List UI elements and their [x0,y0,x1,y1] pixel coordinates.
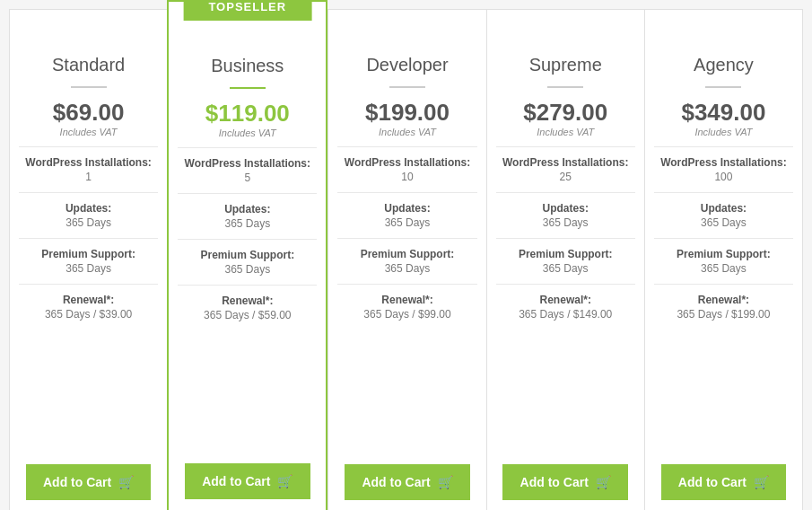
plan-divider-standard [71,86,107,88]
plan-card-supreme: Supreme$279.00Includes VAT WordPress Ins… [486,9,644,510]
cart-button-label-agency: Add to Cart [678,475,747,489]
feature-label-standard-0: WordPress Installations: [23,156,153,169]
pricing-table: Standard$69.00Includes VAT WordPress Ins… [9,9,803,510]
plan-price-business: $119.00 [205,100,290,128]
feature-label-standard-2: Premium Support: [23,248,153,260]
cart-button-label-standard: Add to Cart [43,475,111,489]
feature-value-supreme-2: 365 Days [501,262,631,275]
plan-feature-developer-0: WordPress Installations: 10 [337,146,476,192]
feature-label-business-3: Renewal*: [182,295,312,307]
feature-value-developer-3: 365 Days / $99.00 [342,308,472,321]
feature-value-business-3: 365 Days / $59.00 [182,309,312,321]
plan-name-developer: Developer [366,55,448,75]
add-to-cart-button-developer[interactable]: Add to Cart 🛒 [345,464,470,500]
feature-label-supreme-3: Renewal*: [501,294,631,306]
feature-label-supreme-0: WordPress Installations: [501,156,631,169]
plan-feature-supreme-0: WordPress Installations: 25 [496,146,635,192]
cart-icon-supreme: 🛒 [596,475,611,489]
plan-vat-standard: Includes VAT [60,127,118,137]
feature-label-supreme-1: Updates: [501,202,631,215]
cart-icon-agency: 🛒 [754,475,769,489]
feature-label-standard-1: Updates: [23,202,153,215]
plan-feature-standard-3: Renewal*: 365 Days / $39.00 [19,284,158,330]
plan-card-developer: Developer$199.00Includes VAT WordPress I… [327,9,485,510]
add-to-cart-wrapper-developer: Add to Cart 🛒 [337,450,476,500]
plan-feature-business-3: Renewal*: 365 Days / $59.00 [178,285,317,330]
feature-label-business-1: Updates: [182,203,312,215]
add-to-cart-button-agency[interactable]: Add to Cart 🛒 [661,464,787,500]
feature-label-business-2: Premium Support: [182,249,312,261]
plan-divider-supreme [547,86,583,88]
plan-feature-business-2: Premium Support: 365 Days [178,239,317,285]
feature-value-standard-0: 1 [23,171,153,183]
feature-label-agency-1: Updates: [659,202,789,215]
add-to-cart-wrapper-standard: Add to Cart 🛒 [19,450,158,500]
plan-vat-agency: Includes VAT [694,127,752,137]
plan-divider-business [230,87,266,89]
feature-label-business-0: WordPress Installations: [182,157,312,170]
plan-name-supreme: Supreme [529,55,602,75]
add-to-cart-wrapper-agency: Add to Cart 🛒 [654,450,793,500]
feature-value-standard-1: 365 Days [23,216,153,229]
plan-price-supreme: $279.00 [523,99,607,127]
plan-feature-developer-2: Premium Support: 365 Days [337,238,476,284]
add-to-cart-button-supreme[interactable]: Add to Cart 🛒 [502,464,628,500]
plan-feature-standard-2: Premium Support: 365 Days [19,238,158,284]
feature-label-agency-3: Renewal*: [659,294,789,306]
feature-value-standard-2: 365 Days [23,262,153,275]
cart-icon-business: 🛒 [277,474,292,488]
plan-feature-supreme-1: Updates: 365 Days [496,192,635,238]
add-to-cart-button-business[interactable]: Add to Cart 🛒 [185,463,310,499]
plan-feature-agency-3: Renewal*: 365 Days / $199.00 [654,284,793,330]
plan-vat-business: Includes VAT [219,128,276,138]
plan-price-developer: $199.00 [365,99,450,127]
feature-value-developer-0: 10 [342,171,472,183]
plan-card-business: TOPSELLERBusiness$119.00Includes VAT Wor… [167,0,327,510]
feature-label-developer-0: WordPress Installations: [342,156,472,169]
plan-name-agency: Agency [694,55,754,75]
feature-value-developer-1: 365 Days [342,216,472,229]
plan-card-standard: Standard$69.00Includes VAT WordPress Ins… [9,9,167,510]
cart-button-label-supreme: Add to Cart [520,475,589,489]
feature-label-agency-0: WordPress Installations: [659,156,789,169]
plan-price-standard: $69.00 [53,99,125,127]
plan-feature-business-0: WordPress Installations: 5 [178,147,317,193]
cart-button-label-business: Add to Cart [202,474,270,488]
plan-feature-business-1: Updates: 365 Days [178,193,317,239]
feature-value-business-1: 365 Days [182,217,312,230]
topseller-badge: TOPSELLER [183,0,311,21]
add-to-cart-wrapper-business: Add to Cart 🛒 [178,449,317,499]
feature-value-agency-3: 365 Days / $199.00 [659,308,789,321]
plan-vat-supreme: Includes VAT [537,127,594,137]
feature-value-agency-2: 365 Days [659,262,789,275]
feature-label-developer-1: Updates: [342,202,472,215]
plan-name-business: Business [211,56,284,76]
plan-divider-developer [389,86,425,88]
cart-icon-standard: 🛒 [118,475,134,489]
plan-feature-agency-1: Updates: 365 Days [654,192,793,238]
feature-value-supreme-3: 365 Days / $149.00 [501,308,631,321]
feature-label-developer-2: Premium Support: [342,248,472,260]
feature-value-business-0: 5 [182,171,312,184]
plan-price-agency: $349.00 [681,99,765,127]
add-to-cart-wrapper-supreme: Add to Cart 🛒 [496,450,635,500]
cart-button-label-developer: Add to Cart [362,475,430,489]
feature-value-business-2: 365 Days [182,263,312,276]
feature-label-standard-3: Renewal*: [23,294,153,306]
feature-value-supreme-0: 25 [501,171,631,183]
plan-card-agency: Agency$349.00Includes VAT WordPress Inst… [644,9,803,510]
plan-feature-standard-0: WordPress Installations: 1 [19,146,158,192]
add-to-cart-button-standard[interactable]: Add to Cart 🛒 [26,464,152,500]
feature-value-agency-0: 100 [659,171,789,183]
plan-feature-developer-1: Updates: 365 Days [337,192,476,238]
plan-feature-standard-1: Updates: 365 Days [19,192,158,238]
plan-feature-agency-2: Premium Support: 365 Days [654,238,793,284]
feature-label-developer-3: Renewal*: [342,294,472,306]
feature-value-standard-3: 365 Days / $39.00 [23,308,153,321]
feature-value-developer-2: 365 Days [342,262,472,275]
feature-label-agency-2: Premium Support: [659,248,789,260]
feature-value-supreme-1: 365 Days [501,216,631,229]
plan-feature-supreme-2: Premium Support: 365 Days [496,238,635,284]
plan-vat-developer: Includes VAT [379,127,436,137]
feature-value-agency-1: 365 Days [659,216,789,229]
